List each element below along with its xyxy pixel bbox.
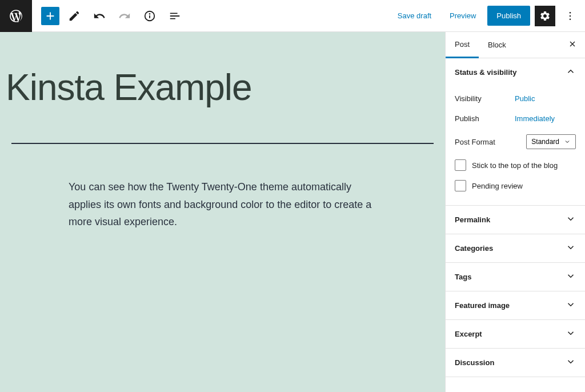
panel-title: Tags bbox=[455, 273, 471, 281]
settings-button[interactable] bbox=[535, 6, 555, 26]
panel-header-categories[interactable]: Categories bbox=[446, 234, 585, 262]
svg-point-4 bbox=[570, 15, 571, 17]
chevron-down-icon bbox=[566, 357, 576, 369]
panel-discussion: Discussion bbox=[446, 349, 585, 377]
panel-title: Categories bbox=[455, 244, 493, 253]
visibility-label: Visibility bbox=[455, 94, 515, 103]
toolbar-left-group bbox=[32, 6, 185, 26]
settings-sidebar: Post Block Status & visibility Visibilit… bbox=[445, 32, 585, 392]
save-draft-button[interactable]: Save draft bbox=[391, 7, 438, 25]
panel-title: Status & visibility bbox=[455, 68, 516, 77]
chevron-down-icon bbox=[566, 328, 576, 340]
visibility-row: Visibility Public bbox=[455, 89, 576, 109]
panel-header-permalink[interactable]: Permalink bbox=[446, 206, 585, 234]
publish-button[interactable]: Publish bbox=[487, 6, 530, 26]
more-options-button[interactable] bbox=[560, 6, 580, 26]
chevron-down-icon bbox=[566, 299, 576, 311]
svg-point-5 bbox=[570, 18, 571, 20]
editor-top-bar: Save draft Preview Publish bbox=[0, 0, 585, 32]
panel-header-featured-image[interactable]: Featured image bbox=[446, 291, 585, 319]
add-block-button[interactable] bbox=[41, 7, 59, 25]
close-sidebar-button[interactable] bbox=[560, 33, 585, 58]
post-body[interactable]: You can see how the Twenty Twenty-One th… bbox=[0, 144, 445, 254]
panel-body-status: Visibility Public Publish Immediately Po… bbox=[446, 86, 585, 205]
sticky-label: Stick to the top of the blog bbox=[472, 161, 558, 170]
undo-icon bbox=[93, 10, 106, 22]
edit-mode-button[interactable] bbox=[64, 6, 85, 26]
panel-tags: Tags bbox=[446, 263, 585, 291]
panel-header-tags[interactable]: Tags bbox=[446, 263, 585, 291]
list-icon bbox=[169, 10, 181, 22]
info-button[interactable] bbox=[139, 6, 160, 26]
info-icon bbox=[143, 10, 156, 22]
plus-icon bbox=[44, 10, 57, 22]
outline-button[interactable] bbox=[165, 6, 185, 26]
editor-canvas[interactable]: Kinsta Example You can see how the Twent… bbox=[0, 32, 445, 392]
panel-excerpt: Excerpt bbox=[446, 320, 585, 349]
wordpress-logo[interactable] bbox=[0, 0, 32, 32]
chevron-down-icon bbox=[566, 271, 576, 283]
publish-value[interactable]: Immediately bbox=[515, 114, 555, 123]
undo-button[interactable] bbox=[89, 6, 110, 26]
tab-block[interactable]: Block bbox=[479, 33, 515, 57]
panel-title: Discussion bbox=[455, 358, 494, 367]
pending-label: Pending review bbox=[472, 182, 523, 190]
publish-row: Publish Immediately bbox=[455, 109, 576, 129]
tab-post[interactable]: Post bbox=[446, 32, 479, 58]
panel-title: Permalink bbox=[455, 215, 490, 224]
svg-point-3 bbox=[570, 11, 571, 13]
preview-button[interactable]: Preview bbox=[443, 7, 483, 25]
sticky-checkbox[interactable] bbox=[455, 159, 466, 171]
panel-featured-image: Featured image bbox=[446, 291, 585, 320]
panel-header-excerpt[interactable]: Excerpt bbox=[446, 320, 585, 348]
post-title[interactable]: Kinsta Example bbox=[0, 66, 445, 143]
pencil-icon bbox=[68, 10, 81, 22]
panel-status-visibility: Status & visibility Visibility Public Pu… bbox=[446, 58, 585, 206]
format-select[interactable]: Standard bbox=[526, 134, 576, 149]
toolbar-right-group: Save draft Preview Publish bbox=[391, 6, 585, 26]
pending-checkbox[interactable] bbox=[455, 180, 466, 191]
panel-header-status[interactable]: Status & visibility bbox=[446, 58, 585, 86]
format-row: Post Format Standard bbox=[455, 129, 576, 155]
chevron-up-icon bbox=[566, 66, 576, 78]
svg-point-2 bbox=[150, 13, 150, 14]
gear-icon bbox=[539, 10, 551, 22]
redo-icon bbox=[118, 10, 131, 22]
more-vertical-icon bbox=[564, 10, 576, 22]
redo-button[interactable] bbox=[114, 6, 135, 26]
chevron-down-icon bbox=[566, 242, 576, 254]
panel-header-discussion[interactable]: Discussion bbox=[446, 349, 585, 377]
panel-permalink: Permalink bbox=[446, 206, 585, 234]
publish-label: Publish bbox=[455, 114, 515, 123]
close-icon bbox=[568, 39, 577, 49]
sidebar-tabs: Post Block bbox=[446, 32, 585, 58]
pending-row: Pending review bbox=[455, 175, 576, 196]
paragraph-block[interactable]: You can see how the Twenty Twenty-One th… bbox=[69, 178, 376, 231]
panel-title: Featured image bbox=[455, 301, 510, 310]
chevron-down-icon bbox=[566, 214, 576, 226]
format-label: Post Format bbox=[455, 138, 515, 146]
format-value: Standard bbox=[531, 138, 559, 146]
panel-categories: Categories bbox=[446, 234, 585, 263]
visibility-value[interactable]: Public bbox=[515, 94, 535, 103]
panel-title: Excerpt bbox=[455, 330, 482, 338]
wordpress-icon bbox=[9, 9, 23, 23]
chevron-down-icon bbox=[564, 138, 571, 145]
main-area: Kinsta Example You can see how the Twent… bbox=[0, 32, 585, 392]
sticky-row: Stick to the top of the blog bbox=[455, 155, 576, 175]
